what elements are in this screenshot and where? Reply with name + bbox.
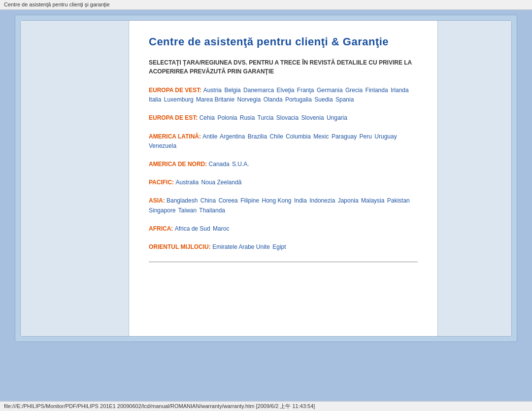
country-link-suedia[interactable]: Suedia: [314, 96, 332, 103]
sidebar-left: [21, 21, 129, 336]
country-link-maroc[interactable]: Maroc: [213, 225, 229, 232]
country-link-belgia[interactable]: Belgia: [224, 87, 240, 94]
country-link-marea-britanie[interactable]: Marea Britanie: [196, 96, 234, 103]
divider: [149, 262, 418, 262]
country-link-sua[interactable]: S.U.A.: [232, 161, 249, 168]
country-link-rusia[interactable]: Rusia: [240, 114, 255, 121]
country-link-frana[interactable]: Franţa: [297, 87, 314, 94]
country-link-japonia[interactable]: Japonia: [338, 197, 359, 204]
country-link-luxemburg[interactable]: Luxemburg: [164, 96, 194, 103]
regions-container: EUROPA DE VEST: Austria Belgia Danemarca…: [149, 86, 418, 252]
country-link-filipine[interactable]: Filipine: [240, 197, 259, 204]
status-bar: file:///E:/PHILIPS/Monitor/PDF/PHILIPS 2…: [0, 401, 532, 411]
country-link-africa-de-sud[interactable]: Africa de Sud: [175, 225, 210, 232]
region-label-orientul-mijlociu: ORIENTUL MIJLOCIU:: [149, 243, 212, 250]
country-link-cehia[interactable]: Cehia: [200, 114, 215, 121]
country-link-brazilia[interactable]: Brazilia: [248, 133, 267, 140]
country-link-noua-zeeland[interactable]: Noua Zeelandă: [201, 179, 241, 186]
country-link-ungaria[interactable]: Ungaria: [327, 114, 347, 121]
country-link-danemarca[interactable]: Danemarca: [243, 87, 274, 94]
country-link-irlanda[interactable]: Irlanda: [391, 87, 409, 94]
country-link-uruguay[interactable]: Uruguay: [374, 133, 397, 140]
country-link-paraguay[interactable]: Paraguay: [332, 133, 357, 140]
region-asia: ASIA: Bangladesh China Coreea Filipine H…: [149, 196, 418, 215]
country-link-bangladesh[interactable]: Bangladesh: [166, 197, 198, 204]
title-bar: Centre de asistenţă pentru clienţi şi ga…: [0, 0, 532, 10]
region-label-africa: AFRICA:: [149, 225, 175, 232]
page-title: Centre de asistenţă pentru clienţi & Gar…: [149, 35, 418, 48]
region-label-europa-vest: EUROPA DE VEST:: [149, 87, 203, 94]
sidebar-right: [437, 21, 511, 336]
region-label-america-latina: AMERICA LATINĂ:: [149, 133, 202, 140]
country-link-canada[interactable]: Canada: [209, 161, 230, 168]
country-link-italia[interactable]: Italia: [149, 96, 161, 103]
region-label-america-nord: AMERICA DE NORD:: [149, 161, 209, 168]
country-link-germania[interactable]: Germania: [317, 87, 343, 94]
region-label-asia: ASIA:: [149, 197, 166, 204]
country-link-thailanda[interactable]: Thailanda: [199, 207, 225, 214]
region-europa-vest: EUROPA DE VEST: Austria Belgia Danemarca…: [149, 86, 418, 104]
country-link-mexic[interactable]: Mexic: [313, 133, 329, 140]
country-link-pakistan[interactable]: Pakistan: [387, 197, 410, 204]
country-link-portugalia[interactable]: Portugalia: [285, 96, 312, 103]
country-link-taiwan[interactable]: Taiwan: [178, 207, 197, 214]
browser-outer: Centre de asistenţă pentru clienţi & Gar…: [15, 15, 517, 342]
country-link-norvegia[interactable]: Norvegia: [237, 96, 261, 103]
country-link-argentina[interactable]: Argentina: [220, 133, 245, 140]
region-europa-est: EUROPA DE EST: Cehia Polonia Rusia Turci…: [149, 113, 418, 123]
country-link-india[interactable]: India: [294, 197, 307, 204]
country-link-singapore[interactable]: Singapore: [149, 207, 176, 214]
country-link-egipt[interactable]: Egipt: [272, 243, 286, 250]
country-link-venezuela[interactable]: Venezuela: [149, 142, 176, 149]
country-link-grecia[interactable]: Grecia: [345, 87, 363, 94]
country-link-indonezia[interactable]: Indonezia: [309, 197, 335, 204]
country-link-columbia[interactable]: Columbia: [286, 133, 311, 140]
country-link-china[interactable]: China: [200, 197, 216, 204]
country-link-antile[interactable]: Antile: [202, 133, 217, 140]
country-link-turcia[interactable]: Turcia: [258, 114, 274, 121]
country-link-austria[interactable]: Austria: [203, 87, 222, 94]
region-america-latina: AMERICA LATINĂ: Antile Argentina Brazili…: [149, 132, 418, 151]
region-label-europa-est: EUROPA DE EST:: [149, 114, 200, 121]
country-link-australia[interactable]: Australia: [175, 179, 199, 186]
country-link-malaysia[interactable]: Malaysia: [361, 197, 384, 204]
title-bar-text: Centre de asistenţă pentru clienţi şi ga…: [4, 1, 110, 7]
region-pacific: PACIFIC: Australia Noua Zeelandă: [149, 178, 418, 187]
country-link-spania[interactable]: Spania: [335, 96, 354, 103]
content-area: Centre de asistenţă pentru clienţi & Gar…: [129, 21, 437, 336]
country-link-olanda[interactable]: Olanda: [264, 96, 283, 103]
country-link-emiratele-arabe-unite[interactable]: Emiratele Arabe Unite: [212, 243, 270, 250]
country-link-chile[interactable]: Chile: [269, 133, 283, 140]
country-link-polonia[interactable]: Polonia: [217, 114, 237, 121]
region-orientul-mijlociu: ORIENTUL MIJLOCIU: Emiratele Arabe Unite…: [149, 242, 418, 252]
country-link-hong-kong[interactable]: Hong Kong: [262, 197, 292, 204]
browser-inner: Centre de asistenţă pentru clienţi & Gar…: [20, 20, 512, 337]
region-america-nord: AMERICA DE NORD: Canada S.U.A.: [149, 160, 418, 169]
region-label-pacific: PACIFIC:: [149, 179, 175, 186]
country-link-coreea[interactable]: Coreea: [218, 197, 237, 204]
status-bar-text: file:///E:/PHILIPS/Monitor/PDF/PHILIPS 2…: [4, 403, 315, 409]
country-link-slovacia[interactable]: Slovacia: [276, 114, 299, 121]
country-link-slovenia[interactable]: Slovenia: [301, 114, 324, 121]
country-link-elveia[interactable]: Elveţia: [276, 87, 294, 94]
page-subtitle: SELECTAŢI ŢARA/REGIUNEA DVS. PENTRU A TR…: [149, 58, 418, 76]
country-link-peru[interactable]: Peru: [360, 133, 372, 140]
region-africa: AFRICA: Africa de Sud Maroc: [149, 224, 418, 234]
country-link-finlanda[interactable]: Finlanda: [366, 87, 388, 94]
